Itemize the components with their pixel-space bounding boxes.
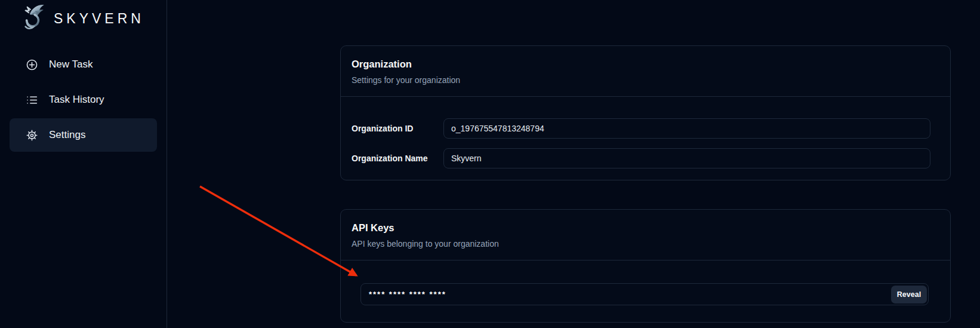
sidebar-item-label: Settings bbox=[49, 129, 85, 141]
card-subtitle: Settings for your organization bbox=[352, 75, 939, 85]
skyvern-dragon-logo bbox=[17, 4, 47, 33]
circle-plus-icon bbox=[26, 59, 38, 71]
card-subtitle: API keys belonging to your organization bbox=[352, 238, 939, 249]
sidebar-item-label: New Task bbox=[49, 59, 93, 70]
organization-name-row: Organization Name bbox=[352, 148, 930, 168]
organization-card: Organization Settings for your organizat… bbox=[340, 45, 951, 180]
sidebar-item-new-task[interactable]: New Task bbox=[10, 48, 157, 81]
sidebar-nav: New Task Task History bbox=[0, 48, 167, 152]
organization-card-header: Organization Settings for your organizat… bbox=[341, 46, 950, 97]
list-icon bbox=[26, 94, 38, 106]
card-title: Organization bbox=[352, 57, 939, 70]
organization-id-row: Organization ID bbox=[352, 118, 930, 139]
api-key-masked-value: **** **** **** **** bbox=[369, 284, 446, 305]
sidebar-item-task-history[interactable]: Task History bbox=[10, 83, 157, 117]
gear-icon bbox=[26, 129, 38, 142]
sidebar: SKYVERN New Task Task History bbox=[0, 0, 167, 328]
card-title: API Keys bbox=[352, 221, 939, 234]
brand[interactable]: SKYVERN bbox=[0, 0, 167, 35]
organization-id-label: Organization ID bbox=[352, 124, 443, 133]
sidebar-item-settings[interactable]: Settings bbox=[10, 118, 157, 152]
api-keys-card-content: **** **** **** **** Reveal bbox=[341, 260, 950, 305]
organization-id-input[interactable] bbox=[443, 118, 930, 139]
organization-name-label: Organization Name bbox=[352, 154, 443, 163]
reveal-button[interactable]: Reveal bbox=[891, 286, 927, 304]
api-key-field[interactable]: **** **** **** **** Reveal bbox=[360, 283, 929, 305]
api-keys-card: API Keys API keys belonging to your orga… bbox=[340, 209, 951, 323]
brand-name: SKYVERN bbox=[54, 11, 144, 27]
organization-card-content: Organization ID Organization Name bbox=[341, 97, 950, 168]
api-keys-card-header: API Keys API keys belonging to your orga… bbox=[341, 210, 950, 260]
organization-name-input[interactable] bbox=[443, 148, 930, 168]
sidebar-item-label: Task History bbox=[49, 94, 104, 106]
main-content: Organization Settings for your organizat… bbox=[167, 0, 980, 328]
